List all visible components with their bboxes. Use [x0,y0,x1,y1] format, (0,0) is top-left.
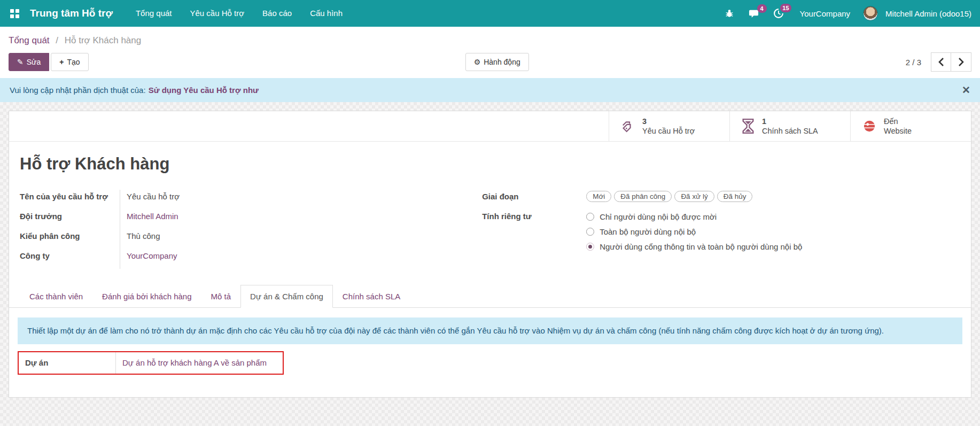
assignment-type-value: Thủ công [120,229,160,241]
stat-website-label: Website [884,126,912,136]
team-leader-link[interactable]: Mitchell Admin [120,210,178,221]
stat-sla-label: Chính sách SLA [762,126,818,136]
chatter-bar: Gửi tin Ghi chú Ấn định hoạt động 0 Theo… [0,417,980,426]
pager-value[interactable]: 2 / 3 [906,58,921,67]
field-group-left: Tên của yêu cầu hỗ trợ Yêu cầu hỗ trợ Độ… [20,190,462,269]
form-sheet: 3 Yêu cầu Hỗ trợ 1 Chính sách SLA [9,111,971,398]
chevron-left-icon [938,58,944,66]
tags-icon [621,119,635,133]
stat-button-sla[interactable]: 1 Chính sách SLA [729,111,850,141]
alert-text: Vui lòng cập nhật phần dịch thuật của: [10,86,146,95]
pager-previous-button[interactable] [931,52,951,72]
messages-menu-button[interactable]: 4 [743,5,765,22]
tab-mo-ta[interactable]: Mô tả [201,285,241,308]
field-row-privacy: Tính riêng tư Chỉ người dùng nội bộ được… [482,210,960,257]
user-menu[interactable]: Mitchell Admin (odoo15) [885,9,971,18]
field-row-stages: Giai đoạn Mới Đã phân công Đã xử lý Đã h… [482,190,960,210]
user-avatar[interactable] [863,6,878,21]
activities-menu-button[interactable]: 15 [768,5,789,22]
stat-button-tickets[interactable]: 3 Yêu cầu Hỗ trợ [609,111,729,141]
tab-cac-thanh-vien[interactable]: Các thành viên [20,285,92,308]
field-label: Giai đoạn [482,190,580,201]
project-info-message: Thiết lập một dự án để làm cho nó trở th… [18,317,962,344]
company-switcher[interactable]: YourCompany [800,9,851,18]
create-button[interactable]: +Tạo [51,53,88,71]
ticket-name-value: Yêu cầu hỗ trợ [120,190,180,201]
main-content: 3 Yêu cầu Hỗ trợ 1 Chính sách SLA [0,102,980,417]
action-menu-button[interactable]: ⚙Hành động [465,53,529,71]
notebook-tabs: Các thành viên Đánh giá bởi khách hàng M… [9,285,971,308]
gear-icon: ⚙ [474,58,481,66]
plus-icon: + [59,58,64,66]
field-group-right: Giai đoạn Mới Đã phân công Đã xử lý Đã h… [462,190,960,269]
tab-danh-gia[interactable]: Đánh giá bởi khách hàng [92,285,201,308]
stat-button-website[interactable]: Đến Website [850,111,971,141]
bug-icon [725,9,734,18]
debug-bug-icon[interactable] [719,5,740,21]
stage-pill-moi[interactable]: Mới [586,191,611,202]
chevron-right-icon [958,58,964,66]
menu-yeu-cau-ho-tro[interactable]: Yêu cầu Hỗ trợ [181,0,254,27]
field-label: Tên của yêu cầu hỗ trợ [20,190,120,210]
stat-tickets-label: Yêu cầu Hỗ trợ [642,126,695,136]
stage-pills: Mới Đã phân công Đã xử lý Đã hủy [586,190,752,202]
menu-cau-hinh[interactable]: Cấu hình [301,0,352,27]
breadcrumb-current: Hỗ trợ Khách hàng [65,35,141,45]
field-row-company: Công ty YourCompany [20,249,462,269]
stage-pill-da-xu-ly[interactable]: Đã xử lý [674,191,714,202]
radio-icon [586,228,594,236]
project-field-highlight: Dự án Dự án hỗ trợ khách hàng A về sản p… [18,351,284,375]
privacy-option-portal[interactable]: Người dùng cổng thông tin và toàn bộ ngư… [586,242,802,251]
globe-icon [862,119,876,133]
alert-translation-link[interactable]: Sử dụng Yêu cầu Hỗ trợ như [149,86,259,95]
hourglass-icon [742,119,755,134]
close-icon[interactable]: ✕ [962,85,970,95]
radio-icon [586,213,594,221]
radio-checked-icon [586,243,594,251]
stat-button-box: 3 Yêu cầu Hỗ trợ 1 Chính sách SLA [9,111,971,142]
field-label: Đội trưởng [20,210,120,229]
stage-pill-da-phan-cong[interactable]: Đã phân công [614,191,672,202]
project-field-link[interactable]: Dự án hỗ trợ khách hàng A về sản phẩm [116,352,267,374]
privacy-radio-group: Chỉ người dùng nội bộ được mời Toàn bộ n… [586,210,802,257]
record-title: Hỗ trợ Khách hàng [20,154,960,174]
breadcrumb-separator: / [56,35,58,45]
activities-badge: 15 [780,4,791,12]
stat-tickets-value: 3 [642,117,695,126]
stage-pill-da-huy[interactable]: Đã hủy [717,191,753,202]
record-pager: 2 / 3 [906,52,971,72]
messages-badge: 4 [757,4,767,13]
menu-bao-cao[interactable]: Báo cáo [253,0,301,27]
field-label: Kiểu phân công [20,229,120,249]
field-row-team-leader: Đội trưởng Mitchell Admin [20,210,462,229]
field-label: Tính riêng tư [482,210,580,221]
stat-website-value: Đến [884,117,912,126]
pencil-icon: ✎ [17,58,24,66]
breadcrumb: Tổng quát / Hỗ trợ Khách hàng [9,35,971,46]
tab-du-an-cham-cong[interactable]: Dự án & Chấm công [240,285,333,308]
menu-tong-quat[interactable]: Tổng quát [127,0,181,27]
tab-page-project: Thiết lập một dự án để làm cho nó trở th… [9,308,971,384]
top-navbar: Trung tâm Hỗ trợ Tổng quát Yêu cầu Hỗ tr… [0,0,980,27]
edit-button[interactable]: ✎Sửa [9,53,49,71]
breadcrumb-parent[interactable]: Tổng quát [9,35,50,45]
control-panel: Tổng quát / Hỗ trợ Khách hàng ✎Sửa +Tạo … [0,27,980,78]
tab-chinh-sach-sla[interactable]: Chính sách SLA [333,285,410,308]
pager-next-button[interactable] [951,52,971,72]
translation-alert: Vui lòng cập nhật phần dịch thuật của: S… [0,78,980,102]
project-field-label: Dự án [19,352,116,374]
apps-menu-button[interactable] [5,4,24,22]
field-label: Công ty [20,249,120,269]
field-row-name: Tên của yêu cầu hỗ trợ Yêu cầu hỗ trợ [20,190,462,210]
stat-sla-value: 1 [762,117,818,126]
privacy-option-invited[interactable]: Chỉ người dùng nội bộ được mời [586,212,802,221]
company-link[interactable]: YourCompany [120,249,177,260]
field-row-assignment: Kiểu phân công Thủ công [20,229,462,249]
app-title[interactable]: Trung tâm Hỗ trợ [30,7,113,19]
privacy-option-internal[interactable]: Toàn bộ người dùng nội bộ [586,227,802,236]
apps-grid-icon [10,9,19,18]
